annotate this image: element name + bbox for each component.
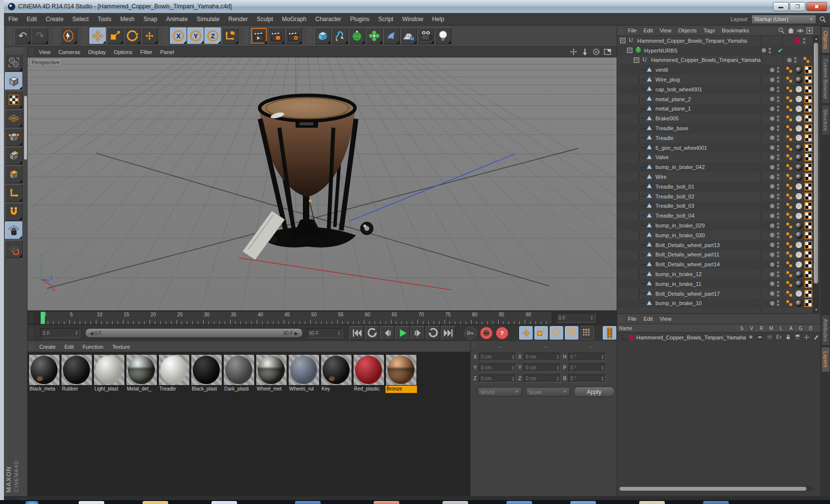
next-frame-button[interactable] bbox=[411, 326, 425, 340]
material-tag-icon[interactable] bbox=[795, 173, 802, 181]
uvw-tag-icon[interactable] bbox=[804, 299, 812, 307]
view-label[interactable]: Perspective bbox=[29, 58, 62, 66]
enable-dot-icon[interactable] bbox=[770, 145, 774, 150]
object-row[interactable]: −0Hammered_Copper_Bowls_Timpani_Yamaha bbox=[617, 36, 820, 46]
menu-mesh[interactable]: Mesh bbox=[116, 16, 139, 23]
lock-workplane-button[interactable] bbox=[5, 222, 23, 239]
snap-button[interactable] bbox=[5, 203, 23, 221]
live-selection-button[interactable] bbox=[60, 28, 77, 44]
primitive-cube-button[interactable] bbox=[314, 28, 331, 44]
object-name[interactable]: bump_in_brake_10 bbox=[655, 300, 702, 306]
visibility-dots-icon[interactable] bbox=[777, 115, 779, 121]
apply-button[interactable]: Apply bbox=[574, 387, 615, 397]
visibility-dots-icon[interactable] bbox=[794, 57, 797, 63]
enable-dot-icon[interactable] bbox=[787, 58, 792, 62]
object-row[interactable]: Bolt_Details_wheel_part17 bbox=[617, 289, 820, 299]
enable-dot-icon[interactable] bbox=[770, 243, 774, 247]
enable-dot-icon[interactable] bbox=[770, 136, 774, 140]
material-tag-icon[interactable] bbox=[795, 202, 802, 210]
visibility-dots-icon[interactable] bbox=[777, 86, 779, 92]
menu-render[interactable]: Render bbox=[224, 16, 252, 23]
material-tag-icon[interactable] bbox=[795, 134, 802, 141]
object-name[interactable]: bump_in_brake_11 bbox=[655, 281, 701, 287]
enable-dot-icon[interactable] bbox=[770, 301, 774, 306]
enable-dot-icon[interactable] bbox=[770, 262, 774, 267]
object-row[interactable]: cap_bolt_wheel001 bbox=[617, 84, 820, 94]
visibility-dots-icon[interactable] bbox=[777, 203, 779, 209]
windows-taskbar[interactable] bbox=[0, 500, 830, 504]
visibility-dots-icon[interactable] bbox=[777, 242, 779, 248]
object-row[interactable]: metal_plane_2 bbox=[617, 94, 820, 104]
key-pla-button[interactable] bbox=[580, 326, 594, 340]
timeline-ruler[interactable]: 051015202530354045505560657075808590 bbox=[40, 311, 552, 325]
material-tag-icon[interactable] bbox=[795, 271, 802, 278]
viewport-menu-options[interactable]: Options bbox=[110, 49, 136, 55]
visibility-dots-icon[interactable] bbox=[777, 77, 779, 83]
enable-dot-icon[interactable] bbox=[770, 184, 774, 189]
play-backward-button[interactable] bbox=[365, 326, 379, 340]
uvw-tag-icon[interactable] bbox=[804, 193, 812, 200]
key-parameter-button[interactable]: P bbox=[565, 326, 579, 340]
material-item[interactable]: Light_plast bbox=[93, 354, 125, 393]
menu-create[interactable]: Create bbox=[41, 16, 68, 23]
taskbar-item[interactable] bbox=[703, 501, 729, 504]
visibility-dots-icon[interactable] bbox=[777, 67, 779, 73]
coord-field-size-z[interactable]: 0 cm▲▼ bbox=[524, 374, 561, 383]
object-name[interactable]: Treadle_bolt_03 bbox=[655, 203, 694, 209]
play-button[interactable] bbox=[395, 326, 410, 340]
menu-select[interactable]: Select bbox=[68, 16, 93, 23]
expander-icon[interactable]: − bbox=[634, 57, 639, 63]
enable-dot-icon[interactable] bbox=[770, 204, 774, 208]
enable-dot-icon[interactable] bbox=[770, 194, 774, 198]
object-row[interactable]: −0Hammered_Copper_Bowls_Timpani_Yamaha bbox=[617, 56, 820, 65]
goto-start-button[interactable] bbox=[350, 326, 364, 340]
material-item[interactable]: Treadle bbox=[158, 354, 190, 393]
material-tag-icon[interactable] bbox=[795, 261, 802, 268]
material-tag-icon[interactable] bbox=[795, 144, 802, 151]
title-bar[interactable]: CINEMA 4D R14.014 Studio - [Hammered_Cop… bbox=[4, 0, 830, 13]
material-item[interactable]: Dark_plasti bbox=[223, 354, 255, 393]
object-menu-tags[interactable]: Tags bbox=[700, 28, 718, 33]
manager-icon[interactable] bbox=[776, 334, 782, 340]
uvw-tag-icon[interactable] bbox=[804, 66, 812, 74]
uvw-tag-icon[interactable] bbox=[804, 114, 812, 122]
uvw-tag-icon[interactable] bbox=[804, 231, 812, 239]
spline-button[interactable] bbox=[331, 28, 348, 44]
taskbar-item[interactable] bbox=[374, 501, 399, 504]
material-menu-edit[interactable]: Edit bbox=[60, 344, 78, 350]
uvw-tag-icon[interactable] bbox=[804, 153, 812, 161]
object-name[interactable]: bump_in_brake_030 bbox=[655, 232, 705, 238]
visibility-dots-icon[interactable] bbox=[777, 194, 779, 199]
enable-dot-icon[interactable] bbox=[770, 214, 774, 218]
enable-dot-icon[interactable] bbox=[770, 291, 774, 296]
material-preview[interactable] bbox=[191, 354, 222, 386]
play-cycle-button[interactable] bbox=[426, 326, 440, 340]
object-row[interactable]: Treadle_bolt_04 bbox=[617, 211, 820, 221]
generators-icon[interactable] bbox=[803, 334, 810, 340]
layout-select[interactable]: Startup (User)▼ bbox=[751, 15, 816, 24]
enable-dot-icon[interactable] bbox=[770, 252, 774, 257]
menu-plugins[interactable]: Plugins bbox=[346, 16, 374, 23]
material-tag-icon[interactable] bbox=[795, 105, 802, 112]
object-name[interactable]: bump_in_brake_029 bbox=[655, 223, 705, 228]
ruler-frame-box[interactable]: 0 F▲▼ bbox=[556, 313, 595, 323]
object-menu-view[interactable]: View bbox=[656, 28, 675, 33]
enable-dot-icon[interactable] bbox=[770, 233, 774, 237]
expander-icon[interactable]: − bbox=[620, 38, 625, 43]
visibility-dots-icon[interactable] bbox=[777, 261, 779, 267]
layer-row[interactable]: Hammered_Copper_Bowls_Timpani_Yamaha bbox=[617, 333, 820, 342]
menu-script[interactable]: Script bbox=[374, 16, 398, 23]
rotate-view-icon[interactable] bbox=[592, 48, 600, 56]
visibility-dots-icon[interactable] bbox=[777, 145, 779, 151]
visibility-dots-icon[interactable] bbox=[777, 271, 779, 277]
enable-dot-icon[interactable] bbox=[770, 155, 774, 160]
keyframe-question-button[interactable]: ? bbox=[496, 327, 508, 339]
material-preview[interactable] bbox=[29, 354, 60, 386]
tab-attributes[interactable]: Attributes bbox=[821, 314, 830, 346]
layer-menu-file[interactable]: File bbox=[624, 316, 640, 322]
object-row[interactable]: Treadle bbox=[617, 133, 820, 143]
coord-field-position-y[interactable]: 0 cm▲▼ bbox=[479, 364, 516, 372]
material-tag-icon[interactable] bbox=[795, 251, 802, 258]
material-preview[interactable] bbox=[158, 354, 190, 386]
visibility-dots-icon[interactable] bbox=[777, 174, 779, 180]
